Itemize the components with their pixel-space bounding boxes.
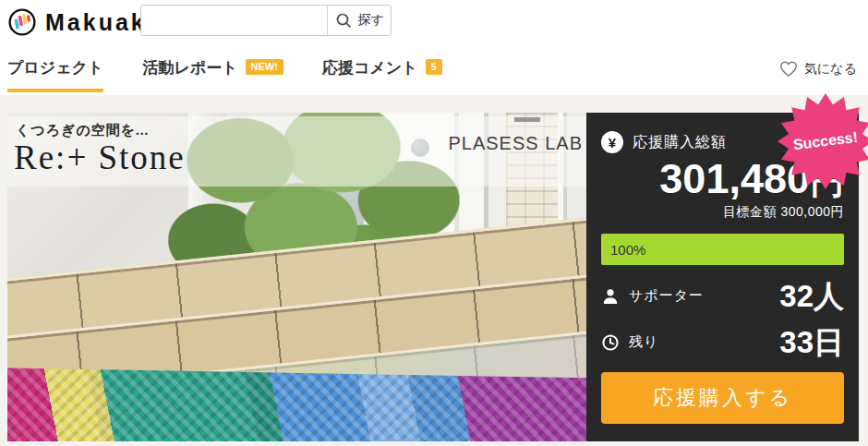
tab-support-comments-label: 応援コメント [322,57,418,78]
funding-panel: ¥ 応援購入総額 301,480円 目標金額 300,000円 100% サポー… [586,113,859,441]
makuake-logo-icon [7,7,37,37]
search-input[interactable] [141,6,327,35]
remaining-days-row: 残り 33日 [601,327,844,357]
supporters-row: サポーター 32人 [601,281,844,311]
project-main-image: くつろぎの空間を... Re:+ Stone PLASESS LAB [7,113,586,441]
tab-support-comments[interactable]: 応援コメント 5 [322,57,442,92]
tab-project-label: プロジェクト [7,57,103,78]
goal-amount: 目標金額 300,000円 [601,204,844,221]
hero-title: Re:+ Stone [14,138,186,177]
tab-activity-report[interactable]: 活動レポート NEW! [142,57,283,92]
yen-icon: ¥ [601,131,623,153]
clock-icon [601,333,620,352]
favorite-button[interactable]: 気になる [779,57,857,78]
remaining-value: 33日 [779,327,844,357]
new-badge: NEW! [246,59,283,75]
search-button-label: 探す [358,12,384,29]
supporter-icon [601,287,620,306]
favorite-label: 気になる [804,61,857,78]
photo-colored-gravel [7,368,586,441]
support-purchase-button[interactable]: 応援購入する [601,372,844,424]
comment-count-badge: 5 [426,59,442,75]
success-badge: Success! [778,93,868,189]
heart-icon [779,60,798,78]
supporters-label: サポーター [629,287,704,305]
makuake-logo[interactable]: Makuake [7,7,163,37]
success-badge-label: Success! [772,88,868,195]
progress-percent: 100% [610,242,645,258]
tab-bar: プロジェクト 活動レポート NEW! 応援コメント 5 気になる [7,57,857,92]
tab-project[interactable]: プロジェクト [7,57,103,92]
search-box: 探す [140,5,392,36]
total-amount-label: 応援購入総額 [633,133,727,152]
hero-sign-text: PLASESS LAB [448,133,583,154]
progress-bar: 100% [601,234,844,265]
search-button[interactable]: 探す [327,6,391,35]
remaining-label: 残り [629,333,658,351]
tab-activity-report-label: 活動レポート [142,57,237,78]
supporters-value: 32人 [779,281,844,311]
search-icon [334,11,353,30]
